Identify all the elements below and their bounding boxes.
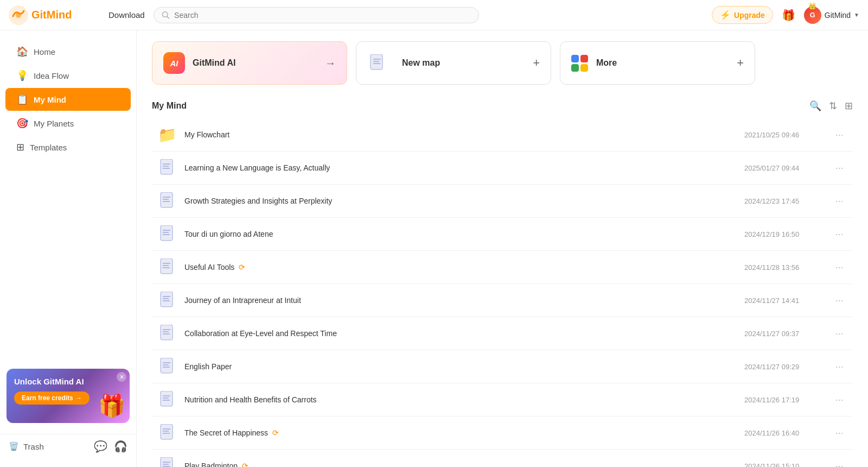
file-row[interactable]: Tour di un giorno ad Atene 2024/12/19 16… (152, 218, 853, 251)
topbar-right: ⚡ Upgrade 🎁 👑 G GitMind ▼ (712, 6, 859, 24)
file-name: English Paper (184, 362, 744, 371)
file-row[interactable]: Useful AI Tools ⟳ 2024/11/28 13:56 ··· (152, 251, 853, 284)
file-more-button[interactable]: ··· (831, 162, 847, 174)
chat-icon[interactable]: 💬 (94, 440, 107, 453)
view-action-icon[interactable]: ⊞ (845, 100, 853, 112)
sidebar-item-home[interactable]: 🏠 Home (5, 40, 131, 63)
earn-credits-button[interactable]: Earn free credits → (14, 392, 90, 405)
trash-item[interactable]: 🗑️ Trash (9, 441, 44, 451)
new-map-card[interactable]: New map + (356, 41, 551, 85)
file-more-button[interactable]: ··· (831, 361, 847, 373)
crown-icon: 👑 (808, 2, 816, 10)
sidebar: 🏠 Home 💡 Idea Flow 📋 My Mind 🎯 My Planet… (0, 30, 137, 467)
file-more-button[interactable]: ··· (831, 295, 847, 306)
svg-rect-24 (161, 258, 173, 274)
help-icon[interactable]: 🎧 (114, 440, 127, 453)
svg-rect-4 (371, 54, 382, 70)
sidebar-item-templates[interactable]: ⊞ Templates (5, 136, 131, 159)
file-date: 2024/12/19 16:50 (744, 230, 831, 238)
my-mind-icon: 📋 (16, 93, 28, 105)
svg-rect-44 (161, 391, 173, 406)
sidebar-item-my-planets[interactable]: 🎯 My Planets (5, 112, 131, 135)
svg-rect-34 (161, 325, 173, 340)
nav-list: 🏠 Home 💡 Idea Flow 📋 My Mind 🎯 My Planet… (0, 39, 136, 160)
file-name: Play Badminton ⟳ (184, 462, 744, 467)
file-row[interactable]: Play Badminton ⟳ 2024/11/26 15:10 ··· (152, 450, 853, 467)
file-more-button[interactable]: ··· (831, 427, 847, 439)
map-doc-icon (369, 54, 385, 72)
layout: 🏠 Home 💡 Idea Flow 📋 My Mind 🎯 My Planet… (0, 30, 868, 467)
share-icon: ⟳ (242, 462, 248, 467)
file-more-button[interactable]: ··· (831, 129, 847, 141)
svg-rect-29 (161, 292, 173, 307)
file-date: 2024/12/23 17:45 (744, 197, 831, 205)
promo-banner: ✕ Unlock GitMind AI Earn free credits → … (7, 369, 130, 423)
share-icon: ⟳ (239, 263, 245, 272)
search-input[interactable] (174, 11, 471, 20)
svg-rect-49 (161, 424, 173, 439)
svg-line-3 (167, 16, 169, 18)
idea-icon: 💡 (16, 70, 28, 81)
file-date: 2025/01/27 09:44 (744, 164, 831, 172)
search-action-icon[interactable]: 🔍 (809, 100, 821, 112)
file-more-button[interactable]: ··· (831, 394, 847, 406)
promo-btn-label: Earn free credits (22, 394, 73, 402)
file-name: The Secret of Happiness ⟳ (184, 428, 744, 437)
file-row[interactable]: Collaboration at Eye-Level and Respect T… (152, 317, 853, 350)
download-label: Download (108, 10, 145, 20)
file-date: 2024/11/27 09:37 (744, 330, 831, 338)
gift-icon[interactable]: 🎁 (782, 9, 795, 22)
search-icon (162, 11, 170, 20)
upgrade-button[interactable]: ⚡ Upgrade (712, 6, 773, 24)
file-row[interactable]: Growth Strategies and Insights at Perple… (152, 185, 853, 218)
svg-point-1 (16, 12, 21, 18)
sidebar-item-label: My Mind (34, 95, 66, 104)
file-name: Growth Strategies and Insights at Perple… (184, 197, 744, 205)
templates-icon: ⊞ (16, 141, 24, 153)
file-date: 2024/11/26 17:19 (744, 396, 831, 404)
svg-rect-39 (161, 358, 173, 373)
file-more-button[interactable]: ··· (831, 460, 847, 468)
planets-icon: 🎯 (16, 117, 28, 129)
file-row[interactable]: 📁 My Flowchart 2021/10/25 09:46 ··· (152, 118, 853, 152)
file-row[interactable]: Learning a New Language is Easy, Actuall… (152, 152, 853, 185)
sidebar-item-idea-flow[interactable]: 💡 Idea Flow (5, 64, 131, 87)
file-more-button[interactable]: ··· (831, 262, 847, 273)
file-name: Learning a New Language is Easy, Actuall… (184, 163, 744, 172)
search-bar[interactable] (154, 7, 479, 23)
file-more-button[interactable]: ··· (831, 328, 847, 339)
promo-close-button[interactable]: ✕ (117, 372, 126, 382)
gitmind-ai-card[interactable]: AI GitMind AI → (152, 41, 347, 85)
section-actions: 🔍 ⇅ ⊞ (809, 100, 853, 112)
file-row[interactable]: The Secret of Happiness ⟳ 2024/11/26 16:… (152, 416, 853, 450)
doc-icon (157, 291, 177, 310)
file-row[interactable]: English Paper 2024/11/27 09:29 ··· (152, 350, 853, 383)
doc-icon (157, 257, 177, 277)
more-card[interactable]: More + (560, 41, 755, 85)
svg-rect-14 (161, 192, 173, 207)
sidebar-item-label: Home (34, 47, 55, 56)
user-menu[interactable]: 👑 G GitMind ▼ (804, 7, 859, 24)
doc-icon (157, 224, 177, 244)
sidebar-item-label: Idea Flow (34, 71, 69, 80)
promo-title: Unlock GitMind AI (14, 376, 122, 387)
upgrade-icon: ⚡ (720, 10, 731, 20)
sort-action-icon[interactable]: ⇅ (829, 100, 837, 112)
file-name: Tour di un giorno ad Atene (184, 230, 744, 238)
file-more-button[interactable]: ··· (831, 229, 847, 240)
file-more-button[interactable]: ··· (831, 195, 847, 207)
doc-icon (157, 191, 177, 211)
home-icon: 🏠 (16, 46, 28, 58)
avatar: 👑 G (804, 7, 821, 24)
card-arrow-icon: → (325, 57, 336, 70)
new-map-label: New map (402, 58, 525, 68)
file-date: 2024/11/27 09:29 (744, 363, 831, 371)
sidebar-item-my-mind[interactable]: 📋 My Mind (5, 88, 131, 111)
file-date: 2024/11/26 15:10 (744, 462, 831, 468)
file-date: 2024/11/28 13:56 (744, 263, 831, 272)
file-row[interactable]: Journey of an Intrapreneur at Intuit 202… (152, 284, 853, 317)
sidebar-item-label: My Planets (34, 119, 74, 128)
ai-badge: AI (163, 52, 185, 74)
arrow-icon: → (75, 394, 82, 402)
file-row[interactable]: Nutrition and Health Benefits of Carrots… (152, 383, 853, 416)
